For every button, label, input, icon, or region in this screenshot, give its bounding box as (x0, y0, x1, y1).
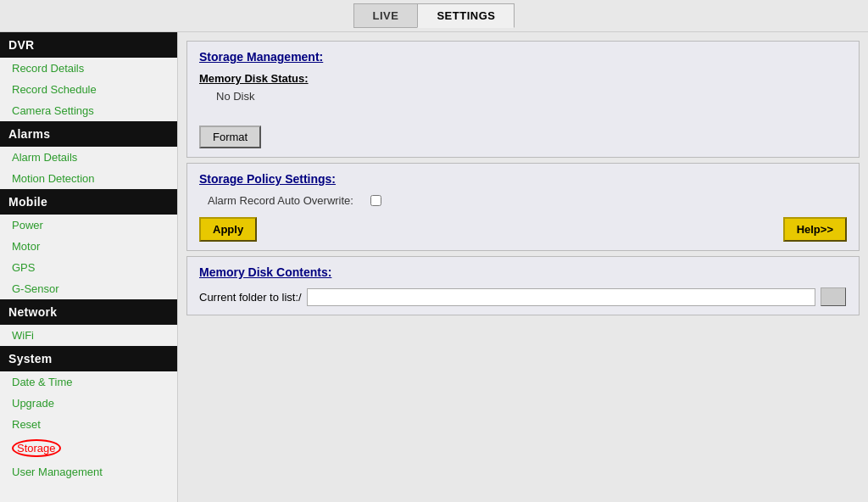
sidebar-item-user-management[interactable]: User Management (0, 461, 177, 482)
storage-management-title: Storage Management: (199, 50, 847, 64)
sidebar-item-record-schedule[interactable]: Record Schedule (0, 79, 177, 100)
memory-disk-contents-panel: Memory Disk Contents: Current folder to … (186, 256, 860, 315)
content-area: Storage Management: Memory Disk Status: … (178, 32, 868, 502)
folder-row: Current folder to list:/ (199, 287, 847, 306)
sidebar-item-upgrade[interactable]: Upgrade (0, 393, 177, 414)
folder-browse-button[interactable] (821, 287, 846, 306)
sidebar-item-wifi[interactable]: WiFi (0, 325, 177, 346)
sidebar-item-motor[interactable]: Motor (0, 236, 177, 257)
storage-management-panel: Storage Management: Memory Disk Status: … (186, 41, 860, 158)
main-layout: DVR Record Details Record Schedule Camer… (0, 32, 868, 502)
apply-button[interactable]: Apply (199, 217, 257, 242)
sidebar-item-storage[interactable]: Storage (0, 435, 177, 461)
sidebar-header-system: System (0, 346, 177, 371)
sidebar-item-alarm-details[interactable]: Alarm Details (0, 147, 177, 168)
sidebar-item-gps[interactable]: GPS (0, 257, 177, 278)
memory-disk-status-label: Memory Disk Status: (199, 72, 847, 85)
storage-policy-title: Storage Policy Settings: (199, 172, 847, 186)
no-disk-text: No Disk (216, 90, 847, 103)
folder-input[interactable] (307, 288, 815, 306)
storage-policy-panel: Storage Policy Settings: Alarm Record Au… (186, 163, 860, 251)
settings-tab[interactable]: SETTINGS (417, 3, 515, 28)
sidebar: DVR Record Details Record Schedule Camer… (0, 32, 178, 502)
sidebar-item-g-sensor[interactable]: G-Sensor (0, 278, 177, 299)
memory-disk-contents-title: Memory Disk Contents: (199, 265, 847, 279)
sidebar-header-dvr: DVR (0, 32, 177, 58)
sidebar-item-motion-detection[interactable]: Motion Detection (0, 168, 177, 189)
folder-label: Current folder to list:/ (199, 291, 302, 304)
policy-row: Alarm Record Auto Overwrite: (199, 194, 847, 207)
live-tab[interactable]: LIVE (353, 3, 418, 28)
format-button[interactable]: Format (199, 126, 261, 148)
sidebar-item-camera-settings[interactable]: Camera Settings (0, 100, 177, 121)
storage-circle-marker: Storage (12, 439, 61, 457)
alarm-record-label: Alarm Record Auto Overwrite: (208, 194, 353, 207)
sidebar-item-record-details[interactable]: Record Details (0, 58, 177, 79)
top-nav: LIVE SETTINGS (0, 0, 868, 32)
sidebar-item-power[interactable]: Power (0, 215, 177, 236)
sidebar-header-network: Network (0, 299, 177, 325)
sidebar-header-mobile: Mobile (0, 189, 177, 215)
policy-actions: Apply Help>> (199, 217, 847, 242)
sidebar-item-date-time[interactable]: Date & Time (0, 371, 177, 393)
sidebar-item-reset[interactable]: Reset (0, 414, 177, 435)
help-button[interactable]: Help>> (783, 217, 847, 242)
sidebar-header-alarms: Alarms (0, 121, 177, 147)
alarm-record-checkbox[interactable] (370, 195, 381, 206)
